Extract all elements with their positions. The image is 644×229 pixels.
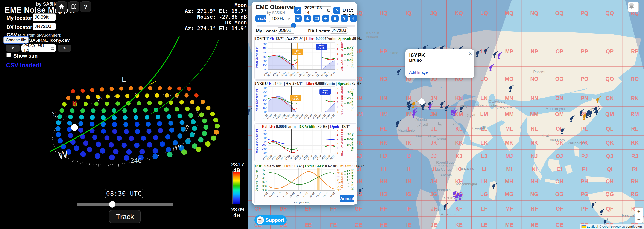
help-button[interactable]: ?	[80, 1, 91, 12]
home-button[interactable]	[56, 1, 67, 12]
grid-square-label-NI: NI	[532, 166, 537, 172]
table-button[interactable]	[313, 15, 320, 22]
svg-text:20:29z: 20:29z	[321, 92, 329, 95]
noise-dot	[68, 133, 73, 138]
noise-dot	[152, 154, 158, 159]
svg-text:Rise: Rise	[319, 44, 324, 47]
noise-dot	[104, 135, 110, 140]
svg-text:0: 0	[336, 68, 338, 71]
noise-dot	[129, 136, 134, 141]
noise-dot	[123, 115, 128, 120]
svg-text:-90°: -90°	[262, 151, 266, 154]
grid-square-label-QI: QI	[607, 166, 612, 172]
svg-text:Moon Elevation (°): Moon Elevation (°)	[255, 89, 258, 111]
zoom-in-button[interactable]: +	[635, 207, 643, 215]
noise-dot	[180, 120, 184, 125]
popup-callsign: I6YPK	[409, 53, 470, 58]
help-button[interactable]: ?	[341, 15, 348, 22]
noise-dot	[80, 108, 85, 113]
noise-dot	[125, 94, 130, 98]
noise-dot	[95, 153, 100, 159]
grid-square-label-JN: JN	[430, 95, 437, 101]
time-slider[interactable]	[77, 203, 173, 206]
moon-position-dot	[71, 124, 78, 131]
observer-next-day[interactable]: >	[333, 7, 340, 14]
svg-text:4: 4	[336, 134, 338, 137]
eme-observer-panel: EME Observer by SA5IKN < 2025-08-14 > UT…	[252, 2, 357, 205]
noise-dot	[158, 128, 163, 133]
annual-button[interactable]: Annual	[340, 195, 354, 202]
choose-file-button[interactable]: Choose file	[4, 37, 28, 43]
grid-square-label-LH: LH	[480, 178, 488, 184]
noise-dot	[67, 121, 72, 126]
grid-square-label-PQ: PQ	[581, 10, 588, 16]
grid-square-label-LN: LN	[480, 95, 488, 101]
time-slider-thumb[interactable]	[109, 201, 116, 207]
osm-link[interactable]: OpenStreetMap	[602, 225, 625, 228]
noise-dot	[147, 142, 152, 148]
help-icon: ?	[343, 16, 346, 21]
filter-button[interactable]	[294, 15, 302, 22]
support-button[interactable]: ☕ Support	[254, 215, 286, 225]
svg-text:Rise: Rise	[323, 89, 328, 92]
collapse-button[interactable]	[350, 15, 357, 22]
observer-time-slider[interactable]	[257, 25, 356, 27]
svg-text:10-08: 10-08	[282, 192, 288, 198]
observer-prev-day[interactable]: <	[294, 7, 302, 14]
svg-text:366: 366	[262, 185, 266, 188]
show-sun-checkbox[interactable]	[6, 53, 11, 57]
leaflet-link[interactable]: Leaflet	[587, 225, 596, 228]
grid-square-label-PN: PN	[581, 95, 588, 101]
dx-locator-input[interactable]	[33, 23, 56, 30]
noise-dot	[168, 121, 173, 126]
chart-title-dx-station-moon: JN72DJ El: 14.9° | Az: 274.1° | Libr: 0.…	[254, 81, 357, 86]
grid-square-label-II: II	[407, 166, 410, 172]
observer-date-input[interactable]: 2025-08-14	[303, 7, 332, 14]
country-label: Argentina	[441, 212, 456, 216]
add-image-link[interactable]: Add Image	[409, 70, 428, 75]
grid-square-label-PK: PK	[581, 140, 588, 146]
track-button[interactable]: Track	[109, 210, 141, 223]
svg-text:Set: Set	[296, 49, 300, 52]
noise-dot	[112, 115, 116, 120]
country-label: Россия	[533, 70, 545, 74]
grid-square-label-KQ: KQ	[455, 10, 463, 16]
svg-text:1: 1	[336, 63, 338, 66]
country-label: مصر	[452, 121, 460, 125]
noise-dot	[56, 120, 61, 125]
bar-chart-button[interactable]	[304, 15, 311, 22]
grid-square-label-IL: IL	[406, 126, 411, 132]
band-select[interactable]: 10GHz	[269, 15, 292, 22]
grid-square-label-LG: LG	[480, 191, 488, 197]
map-button[interactable]	[68, 1, 79, 12]
popup-close-button[interactable]: ×	[469, 51, 472, 56]
noise-dot	[198, 137, 204, 143]
chart-title-monthly: Dist: 369325 km | Decl: 13.4° | Extra Lo…	[254, 163, 357, 168]
noise-dot	[190, 100, 194, 104]
plus-button[interactable]	[322, 15, 329, 22]
observer-track-button[interactable]: Track	[256, 15, 266, 22]
svg-text:10:00z: 10:00z	[292, 98, 300, 101]
grid-square-label-FF: FF	[330, 205, 337, 211]
map-zoom-control: + −	[634, 207, 643, 223]
svg-text:3: 3	[336, 138, 338, 141]
grid-square-label-JG: JG	[430, 191, 437, 197]
noise-dot	[79, 115, 84, 120]
layers-control[interactable]	[628, 2, 639, 13]
home-button[interactable]	[332, 15, 338, 22]
grid-square-label-DF: DF	[280, 205, 286, 211]
grid-square-label-PL: PL	[581, 126, 588, 132]
grid-square-label-NG: NG	[530, 191, 538, 197]
grid-square-label-MF: MF	[505, 205, 513, 211]
noise-dot	[101, 115, 106, 120]
prev-day-button[interactable]: <	[6, 45, 20, 52]
my-locator-input[interactable]	[33, 13, 56, 21]
observer-my-locator-input[interactable]	[277, 28, 295, 34]
zoom-out-button[interactable]: −	[635, 215, 643, 223]
observer-dx-locator-input[interactable]	[330, 28, 348, 34]
grid-square-label-JM: JM	[430, 111, 438, 117]
grid-square-label-QM: QM	[605, 111, 614, 117]
grid-square-label-QN: QN	[606, 95, 614, 101]
chart-card-polarization: Rel LR: 0.0006°/min | DX Width: 39 Hz | …	[254, 123, 357, 162]
noise-dot	[70, 108, 74, 113]
